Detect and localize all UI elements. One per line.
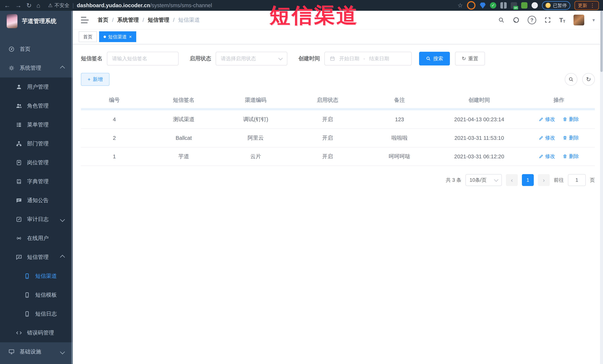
current-page-button[interactable]: 1 — [522, 174, 534, 186]
edit-icon — [539, 135, 544, 140]
browser-menu-icon[interactable]: ⋮ — [590, 2, 595, 9]
edit-link[interactable]: 修改 — [539, 153, 555, 160]
extension-green-check-icon[interactable]: ✓ — [490, 2, 496, 9]
github-icon[interactable] — [513, 17, 520, 23]
table-toolbar: + 新增 ↻ — [81, 73, 595, 86]
cell-status: 开启 — [291, 129, 364, 147]
tab-home[interactable]: 首页 — [79, 31, 97, 42]
top-navbar: 首页 / 系统管理 / 短信管理 / 短信渠道 ? TT ▾ — [73, 11, 603, 30]
sidebar-item-user-management[interactable]: 用户管理 — [0, 77, 73, 96]
next-page-button[interactable]: › — [538, 174, 550, 186]
breadcrumb: 首页 / 系统管理 / 短信管理 / 短信渠道 — [98, 16, 200, 24]
edit-link[interactable]: 修改 — [539, 134, 555, 141]
tags-view-bar: 首页 短信渠道 × — [73, 30, 603, 44]
breadcrumb-sms[interactable]: 短信管理 — [148, 16, 169, 24]
tab-sms-channel[interactable]: 短信渠道 × — [99, 31, 136, 42]
delete-link[interactable]: 删除 — [563, 153, 579, 160]
sidebar-item-role-management[interactable]: 角色管理 — [0, 96, 73, 115]
caret-down-icon[interactable]: ▾ — [592, 17, 595, 23]
scrollbar-thumb[interactable] — [600, 11, 603, 72]
goto-page-input[interactable] — [568, 174, 586, 186]
add-button[interactable]: + 新增 — [81, 73, 109, 86]
font-size-icon[interactable]: TT — [559, 17, 565, 23]
fullscreen-icon[interactable] — [544, 17, 551, 23]
cell-status: 开启 — [291, 147, 364, 166]
tab-label: 短信渠道 — [108, 34, 127, 40]
help-icon[interactable]: ? — [528, 16, 536, 24]
users-icon — [16, 102, 22, 109]
page-size-select[interactable]: 10条/页 — [465, 174, 502, 186]
refresh-table-button[interactable]: ↻ — [582, 73, 595, 86]
bookmark-star-icon[interactable]: ☆ — [457, 2, 463, 9]
address-bar[interactable]: ⚠ 不安全 | dashboard.yudao.iocoder.cn/syste… — [48, 2, 453, 9]
delete-link[interactable]: 删除 — [563, 116, 579, 122]
prev-page-button[interactable]: ‹ — [506, 174, 518, 186]
status-select[interactable]: 请选择启用状态 — [216, 52, 287, 66]
browser-home-icon[interactable]: ⌂ — [36, 2, 40, 9]
sidebar-item-home[interactable]: 首页 — [0, 40, 73, 59]
sidebar-item-sms-management[interactable]: 短信管理 — [0, 248, 73, 267]
sidebar-item-post-management[interactable]: 岗位管理 — [0, 153, 73, 172]
app-logo-row[interactable]: 芋道管理系统 — [0, 11, 73, 32]
extension-grid-icon[interactable] — [500, 2, 507, 9]
refresh-icon: ↻ — [462, 56, 466, 62]
cell-actions: 修改 删除 — [523, 109, 595, 129]
extension-orange-ring-icon[interactable] — [467, 1, 475, 10]
calendar-icon — [330, 56, 335, 61]
sidebar-item-system-management[interactable]: 系统管理 — [0, 59, 73, 77]
sidebar-item-sms-template[interactable]: 短信模板 — [0, 286, 73, 305]
breadcrumb-home[interactable]: 首页 — [98, 16, 108, 24]
sidebar-item-label: 通知公告 — [27, 197, 49, 204]
user-avatar[interactable] — [573, 15, 584, 25]
announcement-icon — [16, 197, 22, 204]
sidebar-item-notice[interactable]: 通知公告 — [0, 191, 73, 210]
security-warning[interactable]: ⚠ 不安全 — [48, 2, 70, 9]
browser-back-icon[interactable]: ← — [4, 2, 10, 9]
sign-input[interactable] — [107, 52, 179, 66]
sidebar-scrollbar[interactable] — [71, 11, 73, 364]
app-title: 芋道管理系统 — [22, 17, 57, 25]
user-icon — [16, 84, 22, 90]
delete-link[interactable]: 删除 — [563, 134, 579, 141]
cell-code: 调试(钉钉) — [220, 109, 292, 129]
browser-reload-icon[interactable]: ↻ — [26, 2, 32, 9]
edit-icon — [539, 154, 544, 159]
extensions-puzzle-icon[interactable] — [532, 2, 538, 9]
close-icon[interactable]: × — [129, 34, 132, 39]
cell-code: 阿里云 — [220, 129, 292, 147]
sidebar-item-dept-management[interactable]: 部门管理 — [0, 134, 73, 153]
browser-forward-icon[interactable]: → — [15, 2, 22, 9]
filter-form: 短信签名 启用状态 请选择启用状态 创建时间 开始日期 — [81, 52, 595, 66]
status-placeholder: 请选择启用状态 — [221, 55, 256, 62]
sidebar-item-label: 角色管理 — [27, 102, 49, 110]
trash-icon — [563, 135, 567, 140]
sidebar-item-sms-channel[interactable]: 短信渠道 — [0, 267, 73, 286]
edit-link[interactable]: 修改 — [539, 116, 555, 122]
page-scrollbar[interactable] — [600, 11, 603, 364]
extension-onetab-icon[interactable]: on — [511, 2, 517, 9]
sidebar-item-menu-management[interactable]: 菜单管理 — [0, 115, 73, 134]
extension-location-pin-icon[interactable] — [480, 2, 486, 9]
reset-button[interactable]: ↻ 重置 — [455, 52, 485, 66]
cell-status: 开启 — [291, 109, 364, 129]
sidebar-item-sms-log[interactable]: 短信日志 — [0, 305, 73, 323]
table-row: 1 芋道 云片 开启 呵呵呵哒 2021-03-31 06:12:20 修改 删… — [81, 147, 595, 166]
goto-label: 前往 — [554, 177, 564, 183]
sidebar-item-error-code[interactable]: 错误码管理 — [0, 323, 73, 342]
breadcrumb-system[interactable]: 系统管理 — [117, 16, 139, 24]
sidebar-item-infrastructure[interactable]: 基础设施 — [0, 342, 73, 361]
paused-extension-badge[interactable]: 已暂停 — [542, 1, 570, 10]
show-search-toggle-button[interactable] — [565, 73, 577, 86]
sidebar-item-audit-log[interactable]: 审计日志 — [0, 210, 73, 229]
date-range-picker[interactable]: 开始日期 - 结束日期 — [325, 52, 412, 66]
sidebar-collapse-icon[interactable] — [81, 17, 89, 23]
search-icon[interactable] — [498, 17, 505, 23]
col-code: 渠道编码 — [220, 92, 292, 109]
extension-plant-icon[interactable] — [521, 2, 527, 9]
search-button[interactable]: 搜索 — [419, 52, 450, 66]
browser-update-button[interactable]: 更新 ⋮ — [574, 1, 599, 10]
update-label: 更新 — [578, 2, 587, 9]
sidebar-item-online-users[interactable]: 在线用户 — [0, 229, 73, 248]
start-date-placeholder: 开始日期 — [339, 55, 359, 62]
sidebar-item-dict-management[interactable]: 字典管理 — [0, 172, 73, 191]
